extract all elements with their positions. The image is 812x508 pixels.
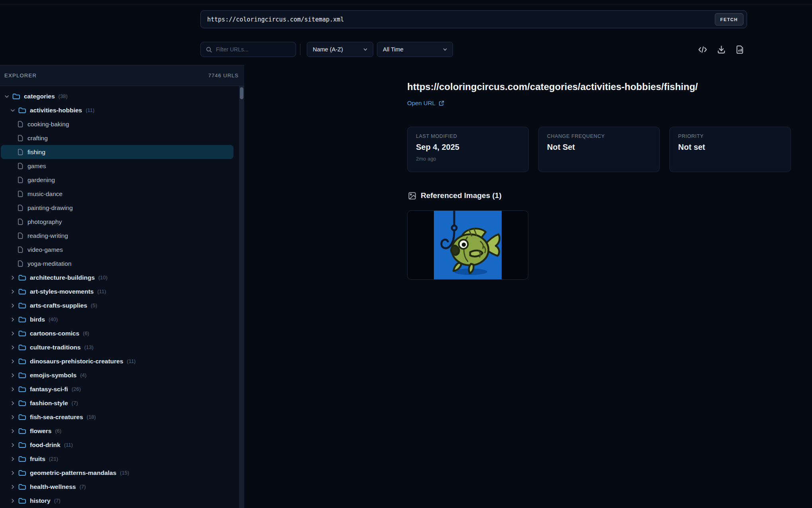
sidebar-scrollbar-track[interactable]: [239, 86, 244, 508]
tree-folder-arts-crafts-supplies[interactable]: arts-crafts-supplies(5): [1, 298, 233, 312]
chevron-right-icon[interactable]: [10, 359, 16, 364]
tree-folder-emojis-symbols[interactable]: emojis-symbols(4): [1, 368, 233, 382]
file-icon: [18, 204, 24, 211]
external-link-icon: [439, 100, 444, 106]
tree-folder-activities-hobbies[interactable]: activities-hobbies(11): [1, 103, 233, 117]
tree-folder-food-drink[interactable]: food-drink(11): [1, 438, 233, 452]
sort-select[interactable]: Name (A-Z): [307, 42, 373, 57]
tree-item-label: history: [30, 497, 51, 504]
tree-folder-history[interactable]: history(7): [1, 494, 233, 508]
chevron-right-icon[interactable]: [10, 303, 16, 308]
sidebar-scrollbar-thumb[interactable]: [240, 87, 243, 99]
tree-item-count: (11): [97, 288, 106, 294]
chevron-right-icon[interactable]: [10, 386, 16, 392]
tree-folder-categories[interactable]: categories(38): [1, 89, 233, 103]
tree-item-count: (5): [91, 302, 97, 308]
download-icon[interactable]: [717, 45, 726, 54]
tree-folder-health-wellness[interactable]: health-wellness(7): [1, 480, 233, 494]
sitemap-url-input[interactable]: [201, 11, 715, 28]
tree-file-yoga-meditation[interactable]: yoga-meditation: [1, 257, 233, 271]
code-icon[interactable]: [698, 45, 707, 54]
tree-item-label: cartoons-comics: [30, 330, 79, 337]
chevron-right-icon[interactable]: [10, 373, 16, 378]
chevron-right-icon[interactable]: [10, 414, 16, 420]
tree-item-label: reading-writing: [27, 232, 68, 239]
tree-folder-geometric-patterns-mandalas[interactable]: geometric-patterns-mandalas(15): [1, 466, 233, 480]
explorer-url-count: 7746 URLS: [208, 73, 239, 78]
tree-folder-architecture-buildings[interactable]: architecture-buildings(10): [1, 271, 233, 284]
explorer-title: EXPLORER: [4, 73, 37, 78]
chevron-down-icon[interactable]: [4, 94, 10, 99]
tree-folder-fruits[interactable]: fruits(21): [1, 452, 233, 466]
chevron-right-icon[interactable]: [10, 484, 16, 490]
chevron-down-icon: [363, 47, 368, 52]
tree-folder-dinosaurs-prehistoric-creatures[interactable]: dinosaurs-prehistoric-creatures(11): [1, 354, 233, 368]
filter-urls-input[interactable]: [216, 46, 291, 53]
folder-icon: [18, 274, 26, 281]
tree-item-label: arts-crafts-supplies: [30, 302, 87, 309]
referenced-images-title: Referenced Images (1): [421, 191, 502, 200]
tree-folder-birds[interactable]: birds(40): [1, 312, 233, 326]
tree-folder-cartoons-comics[interactable]: cartoons-comics(6): [1, 326, 233, 340]
folder-icon: [18, 455, 26, 463]
priority-card: PRIORITY Not set: [669, 127, 791, 172]
folder-icon: [18, 371, 26, 379]
tree-folder-fashion-style[interactable]: fashion-style(7): [1, 396, 233, 410]
explorer-header: EXPLORER 7746 URLS: [0, 65, 244, 86]
chevron-right-icon[interactable]: [10, 428, 16, 434]
tree-file-cooking-baking[interactable]: cooking-baking: [1, 117, 233, 131]
tree-file-games[interactable]: games: [1, 159, 233, 173]
chevron-down-icon[interactable]: [10, 108, 16, 113]
chevron-down-icon: [442, 47, 448, 52]
chevron-right-icon[interactable]: [10, 400, 16, 406]
referenced-image-thumbnail[interactable]: [407, 210, 528, 280]
tree-item-label: fruits: [30, 455, 45, 463]
chevron-right-icon[interactable]: [10, 470, 16, 476]
chevron-right-icon[interactable]: [10, 456, 16, 462]
tree-folder-flowers[interactable]: flowers(6): [1, 424, 233, 438]
tree-item-label: fish-sea-creatures: [30, 414, 83, 421]
chevron-right-icon[interactable]: [10, 331, 16, 336]
folder-icon: [18, 343, 26, 351]
tree-file-crafting[interactable]: crafting: [1, 131, 233, 145]
page-title: https://coloringcircus.com/categories/ac…: [407, 81, 798, 92]
tree-file-photography[interactable]: photography: [1, 215, 233, 229]
tree-file-painting-drawing[interactable]: painting-drawing: [1, 201, 233, 215]
tree-item-label: food-drink: [30, 441, 61, 449]
tree-file-video-games[interactable]: video-games: [1, 243, 233, 257]
fish-illustration: [434, 211, 502, 280]
tree-item-count: (13): [84, 344, 93, 350]
sort-select-value: Name (A-Z): [313, 46, 343, 53]
tree-item-count: (40): [49, 316, 58, 322]
tree-file-fishing[interactable]: fishing: [1, 145, 233, 159]
tree-file-music-dance[interactable]: music-dance: [1, 187, 233, 201]
chevron-right-icon[interactable]: [10, 442, 16, 448]
chevron-right-icon[interactable]: [10, 498, 16, 504]
chevron-right-icon[interactable]: [10, 345, 16, 350]
tree-item-count: (11): [86, 107, 94, 113]
open-url-link[interactable]: Open URL: [407, 100, 444, 106]
tree-folder-art-styles-movements[interactable]: art-styles-movements(11): [1, 284, 233, 298]
tree-item-count: (11): [127, 358, 135, 364]
file-chart-icon[interactable]: [736, 45, 745, 54]
file-icon: [18, 218, 24, 225]
explorer-sidebar: EXPLORER 7746 URLS categories(38)activit…: [0, 65, 244, 508]
tree-folder-culture-traditions[interactable]: culture-traditions(13): [1, 340, 233, 354]
explorer-tree: categories(38)activities-hobbies(11)cook…: [0, 86, 238, 508]
fetch-button[interactable]: FETCH: [715, 13, 743, 25]
folder-icon: [18, 413, 26, 421]
time-filter-select[interactable]: All Time: [377, 42, 453, 57]
chevron-right-icon[interactable]: [10, 317, 16, 322]
chevron-right-icon[interactable]: [10, 275, 16, 280]
tree-file-gardening[interactable]: gardening: [1, 173, 233, 187]
tree-file-reading-writing[interactable]: reading-writing: [1, 229, 233, 243]
file-icon: [18, 163, 24, 169]
tree-folder-fish-sea-creatures[interactable]: fish-sea-creatures(18): [1, 410, 233, 424]
chevron-right-icon[interactable]: [10, 289, 16, 294]
folder-icon: [18, 288, 26, 295]
sitemap-explorer-app: FETCH Name (A-Z) All Time: [0, 0, 812, 508]
tree-folder-fantasy-sci-fi[interactable]: fantasy-sci-fi(26): [1, 382, 233, 396]
folder-icon: [18, 330, 26, 337]
metadata-cards: LAST MODIFIED Sep 4, 2025 2mo ago CHANGE…: [407, 127, 791, 172]
image-icon: [408, 192, 416, 200]
